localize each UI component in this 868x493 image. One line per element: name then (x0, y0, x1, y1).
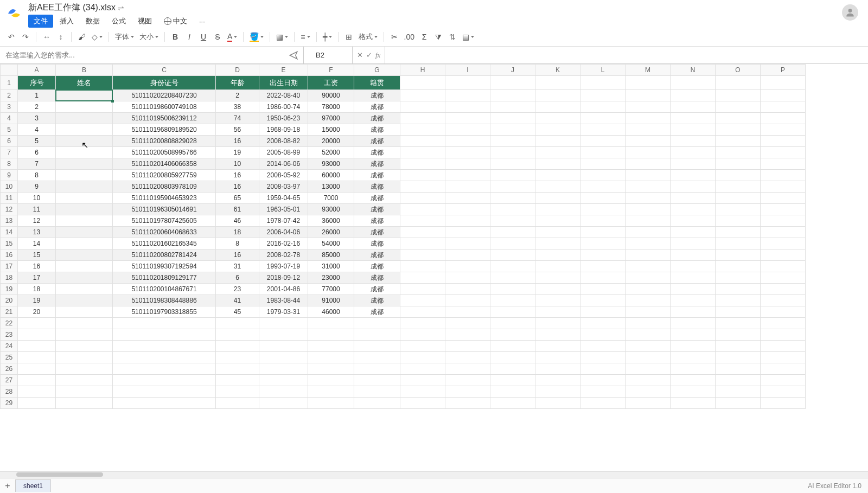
data-cell[interactable] (626, 238, 671, 249)
row-header[interactable]: 1 (1, 76, 18, 90)
empty-cell[interactable] (761, 318, 806, 329)
data-cell[interactable]: 1950-06-23 (259, 113, 308, 124)
empty-cell[interactable] (535, 398, 580, 409)
data-cell[interactable] (671, 284, 716, 295)
border-button[interactable]: ▦ (275, 31, 290, 43)
data-cell[interactable]: 45 (216, 306, 259, 318)
data-cell[interactable] (626, 306, 671, 318)
data-cell[interactable] (56, 90, 113, 101)
empty-cell[interactable] (580, 375, 626, 386)
data-cell[interactable] (761, 272, 806, 284)
empty-cell[interactable] (626, 386, 671, 398)
data-cell[interactable] (671, 147, 716, 158)
row-header[interactable]: 12 (1, 204, 18, 215)
data-cell[interactable] (761, 249, 806, 261)
data-cell[interactable] (580, 227, 626, 238)
data-cell[interactable] (626, 147, 671, 158)
data-cell[interactable]: 1986-00-74 (259, 101, 308, 113)
data-cell[interactable] (535, 181, 580, 193)
empty-cell[interactable] (354, 363, 400, 375)
data-cell[interactable]: 97000 (308, 113, 354, 124)
data-cell[interactable] (445, 249, 490, 261)
data-cell[interactable] (490, 147, 535, 158)
data-cell[interactable] (56, 124, 113, 136)
data-cell[interactable] (490, 261, 535, 272)
data-cell[interactable] (761, 147, 806, 158)
data-cell[interactable] (761, 227, 806, 238)
row-header[interactable]: 19 (1, 284, 18, 295)
underline-button[interactable]: U (197, 31, 209, 43)
data-cell[interactable] (535, 124, 580, 136)
data-cell[interactable]: 1968-09-18 (259, 124, 308, 136)
empty-cell[interactable] (18, 386, 56, 398)
data-cell[interactable]: 1979-03-31 (259, 306, 308, 318)
header-cell[interactable] (626, 76, 671, 90)
data-cell[interactable] (445, 90, 490, 101)
data-cell[interactable] (671, 90, 716, 101)
empty-cell[interactable] (445, 375, 490, 386)
add-sheet-button[interactable]: + (0, 481, 15, 491)
data-cell[interactable] (626, 272, 671, 284)
data-cell[interactable] (716, 113, 761, 124)
data-cell[interactable] (671, 238, 716, 249)
col-header[interactable]: B (56, 65, 113, 76)
data-cell[interactable]: 17 (18, 272, 56, 284)
data-cell[interactable] (56, 284, 113, 295)
empty-cell[interactable] (400, 398, 445, 409)
data-cell[interactable] (761, 284, 806, 295)
empty-cell[interactable] (445, 398, 490, 409)
menu-formula[interactable]: 公式 (106, 15, 131, 28)
data-cell[interactable] (535, 249, 580, 261)
menu-view[interactable]: 视图 (132, 15, 157, 28)
data-cell[interactable] (626, 158, 671, 170)
data-cell[interactable] (716, 170, 761, 181)
data-cell[interactable]: 10 (216, 158, 259, 170)
ai-command-input[interactable] (0, 47, 284, 63)
data-cell[interactable]: 11 (18, 204, 56, 215)
row-header[interactable]: 24 (1, 341, 18, 352)
header-cell[interactable] (761, 76, 806, 90)
sort-button[interactable]: ⇅ (446, 31, 458, 43)
empty-cell[interactable] (308, 341, 354, 352)
empty-cell[interactable] (671, 398, 716, 409)
data-cell[interactable] (56, 249, 113, 261)
data-cell[interactable] (671, 181, 716, 193)
empty-cell[interactable] (671, 329, 716, 341)
data-cell[interactable]: 1959-04-65 (259, 193, 308, 204)
data-cell[interactable] (716, 136, 761, 147)
data-cell[interactable]: 成都 (354, 170, 400, 181)
data-cell[interactable]: 10 (18, 193, 56, 204)
strike-button[interactable]: S (212, 31, 224, 43)
data-cell[interactable] (761, 238, 806, 249)
data-cell[interactable] (580, 193, 626, 204)
row-header[interactable]: 20 (1, 295, 18, 306)
sheet-tab[interactable]: sheet1 (15, 479, 51, 492)
data-cell[interactable] (716, 295, 761, 306)
empty-cell[interactable] (56, 329, 113, 341)
redo-button[interactable]: ↷ (20, 31, 31, 43)
data-cell[interactable] (535, 158, 580, 170)
data-cell[interactable] (626, 204, 671, 215)
data-cell[interactable]: 2014-06-06 (259, 158, 308, 170)
data-cell[interactable]: 2001-04-86 (259, 284, 308, 295)
data-cell[interactable] (580, 124, 626, 136)
data-cell[interactable]: 18 (216, 227, 259, 238)
data-cell[interactable]: 成都 (354, 284, 400, 295)
data-cell[interactable] (671, 249, 716, 261)
empty-cell[interactable] (56, 352, 113, 363)
data-cell[interactable] (716, 249, 761, 261)
data-cell[interactable] (580, 101, 626, 113)
empty-cell[interactable] (671, 352, 716, 363)
data-cell[interactable] (671, 136, 716, 147)
empty-cell[interactable] (18, 341, 56, 352)
data-cell[interactable] (580, 181, 626, 193)
data-cell[interactable] (490, 181, 535, 193)
data-cell[interactable]: 60000 (308, 170, 354, 181)
data-cell[interactable] (445, 215, 490, 227)
data-cell[interactable]: 93000 (308, 204, 354, 215)
header-cell[interactable]: 出生日期 (259, 76, 308, 90)
empty-cell[interactable] (354, 398, 400, 409)
clear-button[interactable]: ◇ (90, 31, 104, 43)
empty-cell[interactable] (535, 352, 580, 363)
empty-cell[interactable] (18, 329, 56, 341)
